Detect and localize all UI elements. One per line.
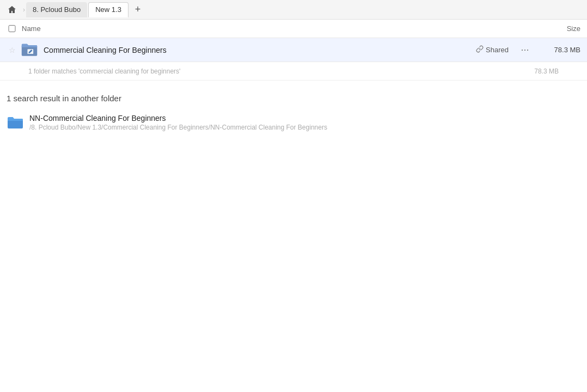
- add-tab-button[interactable]: +: [131, 3, 145, 17]
- section-header: 1 search result in another folder: [0, 81, 587, 109]
- shared-label: Shared: [486, 46, 509, 54]
- column-header: Name Size: [0, 20, 587, 38]
- top-bar: › 8. Pcloud Bubo New 1.3 +: [0, 0, 587, 20]
- result-info: NN-Commercial Cleaning For Beginners /8.…: [29, 114, 327, 131]
- size-column-header: Size: [537, 24, 580, 33]
- file-row[interactable]: ☆ Commercial Cleaning For Beginners Shar…: [0, 38, 587, 62]
- file-size-value: 78.3 MB: [537, 46, 580, 54]
- link-icon: [476, 45, 484, 54]
- star-button[interactable]: ☆: [7, 45, 17, 56]
- tab-new-1-3[interactable]: New 1.3: [88, 2, 129, 17]
- tab-pcloud-bubo[interactable]: 8. Pcloud Bubo: [26, 2, 87, 17]
- result-path: /8. Pcloud Bubo/New 1.3/Commercial Clean…: [29, 124, 327, 131]
- select-all-checkbox[interactable]: [7, 25, 17, 32]
- more-options-button[interactable]: ···: [517, 42, 533, 58]
- home-button[interactable]: [4, 2, 20, 17]
- search-results-list: NN-Commercial Cleaning For Beginners /8.…: [0, 109, 587, 136]
- folder-icon: [7, 114, 24, 131]
- file-name-label: Commercial Cleaning For Beginners: [44, 46, 476, 54]
- match-label-row: 1 folder matches 'commercial cleaning fo…: [0, 62, 587, 81]
- file-type-icon: [21, 41, 38, 59]
- result-name: NN-Commercial Cleaning For Beginners: [29, 114, 327, 122]
- result-item[interactable]: NN-Commercial Cleaning For Beginners /8.…: [0, 109, 587, 136]
- name-column-header: Name: [22, 24, 537, 33]
- breadcrumb-separator: ›: [23, 6, 25, 14]
- match-size: 78.3 MB: [515, 68, 559, 75]
- match-text: 1 folder matches 'commercial cleaning fo…: [28, 68, 515, 75]
- shared-badge: Shared: [476, 45, 509, 54]
